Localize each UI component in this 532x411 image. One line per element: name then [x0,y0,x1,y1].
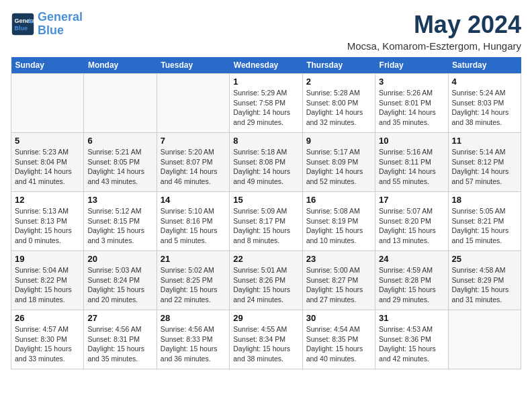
day-info: Sunrise: 4:53 AM Sunset: 8:36 PM Dayligh… [379,324,444,364]
weekday-header-tuesday: Tuesday [157,57,229,74]
day-info: Sunrise: 5:07 AM Sunset: 8:20 PM Dayligh… [379,206,444,246]
day-info: Sunrise: 5:23 AM Sunset: 8:04 PM Dayligh… [15,147,80,187]
week-row-2: 5Sunrise: 5:23 AM Sunset: 8:04 PM Daylig… [11,133,521,192]
calendar-cell: 23Sunrise: 5:00 AM Sunset: 8:27 PM Dayli… [302,251,375,310]
calendar-cell: 9Sunrise: 5:17 AM Sunset: 8:09 PM Daylig… [302,133,375,192]
calendar-cell: 14Sunrise: 5:10 AM Sunset: 8:16 PM Dayli… [157,192,229,251]
calendar-cell: 22Sunrise: 5:01 AM Sunset: 8:26 PM Dayli… [230,251,302,310]
weekday-header-wednesday: Wednesday [230,57,302,74]
week-row-3: 12Sunrise: 5:13 AM Sunset: 8:13 PM Dayli… [11,192,521,251]
day-info: Sunrise: 4:56 AM Sunset: 8:33 PM Dayligh… [161,324,226,364]
weekday-header-saturday: Saturday [448,57,521,74]
day-info: Sunrise: 5:24 AM Sunset: 8:03 PM Dayligh… [452,88,517,128]
day-info: Sunrise: 5:18 AM Sunset: 8:08 PM Dayligh… [233,147,298,187]
logo-text: GeneralBlue [38,11,83,38]
logo-icon: General Blue [11,12,35,36]
day-number: 29 [233,313,298,323]
calendar-cell [157,74,229,133]
day-number: 17 [379,195,444,205]
day-number: 5 [15,136,80,146]
calendar-cell: 2Sunrise: 5:28 AM Sunset: 8:00 PM Daylig… [302,74,375,133]
day-info: Sunrise: 5:02 AM Sunset: 8:25 PM Dayligh… [161,265,226,305]
day-number: 4 [452,77,517,87]
weekday-header-friday: Friday [375,57,448,74]
calendar-cell: 30Sunrise: 4:54 AM Sunset: 8:35 PM Dayli… [302,310,375,369]
day-info: Sunrise: 5:16 AM Sunset: 8:11 PM Dayligh… [379,147,444,187]
day-info: Sunrise: 5:12 AM Sunset: 8:15 PM Dayligh… [87,206,152,246]
day-info: Sunrise: 5:05 AM Sunset: 8:21 PM Dayligh… [452,206,517,246]
day-info: Sunrise: 5:08 AM Sunset: 8:19 PM Dayligh… [306,206,371,246]
day-number: 31 [379,313,444,323]
calendar-cell [84,74,157,133]
day-number: 9 [306,136,371,146]
calendar-cell: 26Sunrise: 4:57 AM Sunset: 8:30 PM Dayli… [11,310,84,369]
calendar-cell: 18Sunrise: 5:05 AM Sunset: 8:21 PM Dayli… [448,192,521,251]
calendar-cell: 20Sunrise: 5:03 AM Sunset: 8:24 PM Dayli… [84,251,157,310]
calendar-cell: 25Sunrise: 4:58 AM Sunset: 8:29 PM Dayli… [448,251,521,310]
day-info: Sunrise: 4:57 AM Sunset: 8:30 PM Dayligh… [15,324,80,364]
day-info: Sunrise: 5:28 AM Sunset: 8:00 PM Dayligh… [306,88,371,128]
logo: General Blue GeneralBlue [11,11,83,38]
day-number: 3 [379,77,444,87]
day-number: 13 [87,195,152,205]
day-number: 24 [379,254,444,264]
day-info: Sunrise: 5:29 AM Sunset: 7:58 PM Dayligh… [233,88,298,128]
calendar-cell: 5Sunrise: 5:23 AM Sunset: 8:04 PM Daylig… [11,133,84,192]
calendar-cell: 11Sunrise: 5:14 AM Sunset: 8:12 PM Dayli… [448,133,521,192]
calendar-cell: 27Sunrise: 4:56 AM Sunset: 8:31 PM Dayli… [84,310,157,369]
day-number: 30 [306,313,371,323]
calendar-cell [11,74,84,133]
day-number: 22 [233,254,298,264]
day-info: Sunrise: 5:04 AM Sunset: 8:22 PM Dayligh… [15,265,80,305]
day-info: Sunrise: 4:55 AM Sunset: 8:34 PM Dayligh… [233,324,298,364]
day-number: 14 [161,195,226,205]
day-info: Sunrise: 5:26 AM Sunset: 8:01 PM Dayligh… [379,88,444,128]
page-container: General Blue GeneralBlue May 2024 Mocsa,… [11,11,521,369]
day-number: 19 [15,254,80,264]
week-row-5: 26Sunrise: 4:57 AM Sunset: 8:30 PM Dayli… [11,310,521,369]
day-number: 8 [233,136,298,146]
svg-text:General: General [14,17,35,24]
calendar-cell: 29Sunrise: 4:55 AM Sunset: 8:34 PM Dayli… [230,310,302,369]
day-info: Sunrise: 5:21 AM Sunset: 8:05 PM Dayligh… [87,147,152,187]
weekday-header-row: SundayMondayTuesdayWednesdayThursdayFrid… [11,57,521,74]
calendar-cell: 13Sunrise: 5:12 AM Sunset: 8:15 PM Dayli… [84,192,157,251]
svg-text:Blue: Blue [14,25,28,32]
calendar-cell: 6Sunrise: 5:21 AM Sunset: 8:05 PM Daylig… [84,133,157,192]
weekday-header-thursday: Thursday [302,57,375,74]
weekday-header-monday: Monday [84,57,157,74]
day-number: 1 [233,77,298,87]
day-number: 27 [87,313,152,323]
calendar-cell: 10Sunrise: 5:16 AM Sunset: 8:11 PM Dayli… [375,133,448,192]
day-number: 12 [15,195,80,205]
calendar-cell: 4Sunrise: 5:24 AM Sunset: 8:03 PM Daylig… [448,74,521,133]
calendar-cell: 21Sunrise: 5:02 AM Sunset: 8:25 PM Dayli… [157,251,229,310]
day-number: 6 [87,136,152,146]
day-info: Sunrise: 5:17 AM Sunset: 8:09 PM Dayligh… [306,147,371,187]
day-number: 25 [452,254,517,264]
day-number: 11 [452,136,517,146]
calendar-cell: 24Sunrise: 4:59 AM Sunset: 8:28 PM Dayli… [375,251,448,310]
day-info: Sunrise: 5:00 AM Sunset: 8:27 PM Dayligh… [306,265,371,305]
calendar-cell: 3Sunrise: 5:26 AM Sunset: 8:01 PM Daylig… [375,74,448,133]
day-info: Sunrise: 5:01 AM Sunset: 8:26 PM Dayligh… [233,265,298,305]
weekday-header-sunday: Sunday [11,57,84,74]
location-title: Mocsa, Komarom-Esztergom, Hungary [347,40,521,52]
day-info: Sunrise: 5:20 AM Sunset: 8:07 PM Dayligh… [161,147,226,187]
calendar-cell: 7Sunrise: 5:20 AM Sunset: 8:07 PM Daylig… [157,133,229,192]
month-title: May 2024 [347,11,521,39]
day-info: Sunrise: 5:09 AM Sunset: 8:17 PM Dayligh… [233,206,298,246]
calendar-table: SundayMondayTuesdayWednesdayThursdayFrid… [11,57,521,369]
day-info: Sunrise: 4:56 AM Sunset: 8:31 PM Dayligh… [87,324,152,364]
day-number: 20 [87,254,152,264]
day-number: 16 [306,195,371,205]
calendar-cell: 31Sunrise: 4:53 AM Sunset: 8:36 PM Dayli… [375,310,448,369]
day-info: Sunrise: 4:54 AM Sunset: 8:35 PM Dayligh… [306,324,371,364]
calendar-cell: 8Sunrise: 5:18 AM Sunset: 8:08 PM Daylig… [230,133,302,192]
day-info: Sunrise: 5:14 AM Sunset: 8:12 PM Dayligh… [452,147,517,187]
day-number: 18 [452,195,517,205]
week-row-1: 1Sunrise: 5:29 AM Sunset: 7:58 PM Daylig… [11,74,521,133]
title-area: May 2024 Mocsa, Komarom-Esztergom, Hunga… [347,11,521,52]
calendar-cell: 1Sunrise: 5:29 AM Sunset: 7:58 PM Daylig… [230,74,302,133]
calendar-cell: 16Sunrise: 5:08 AM Sunset: 8:19 PM Dayli… [302,192,375,251]
